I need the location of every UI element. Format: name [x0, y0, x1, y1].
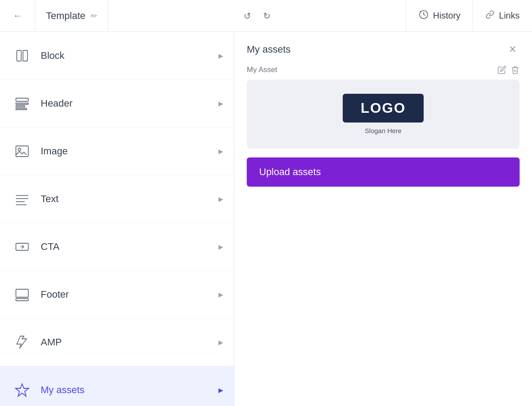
- sidebar-item-image[interactable]: Image ▶: [0, 127, 234, 175]
- undo-button[interactable]: ↺: [238, 6, 257, 26]
- sidebar: Block ▶ Header ▶: [0, 32, 234, 406]
- svg-rect-2: [23, 50, 27, 61]
- myassets-chevron: ▶: [218, 387, 223, 394]
- amp-chevron: ▶: [218, 339, 223, 346]
- history-label: History: [433, 11, 460, 21]
- text-chevron: ▶: [218, 195, 223, 203]
- svg-rect-4: [16, 103, 28, 104]
- back-button[interactable]: ←: [0, 0, 35, 31]
- asset-logo: LOGO: [343, 94, 423, 123]
- header-chevron: ▶: [218, 100, 223, 107]
- image-chevron: ▶: [218, 148, 223, 155]
- sidebar-item-block-label: Block: [41, 50, 218, 61]
- asset-group-actions: [498, 65, 520, 74]
- cta-chevron: ▶: [218, 243, 223, 250]
- asset-group-label: My Asset: [247, 65, 520, 74]
- svg-rect-7: [16, 146, 28, 157]
- sidebar-item-cta-label: CTA: [41, 241, 218, 253]
- sidebar-item-amp-label: AMP: [41, 337, 218, 348]
- main-layout: Block ▶ Header ▶: [0, 32, 532, 406]
- sidebar-item-footer-label: Footer: [41, 289, 218, 300]
- links-button[interactable]: Links: [473, 0, 532, 31]
- sidebar-item-myassets-label: My assets: [41, 384, 218, 396]
- redo-button[interactable]: ↻: [257, 6, 277, 26]
- sidebar-item-text[interactable]: Text ▶: [0, 175, 234, 223]
- header-icon: [11, 92, 34, 115]
- links-label: Links: [499, 11, 520, 21]
- block-chevron: ▶: [218, 52, 223, 59]
- block-icon: [11, 44, 34, 67]
- sidebar-item-header-label: Header: [41, 98, 218, 109]
- myassets-icon: [11, 379, 34, 402]
- svg-rect-15: [16, 299, 28, 301]
- template-title: Template: [46, 10, 85, 22]
- upload-assets-button[interactable]: Upload assets: [247, 157, 520, 187]
- footer-chevron: ▶: [218, 291, 223, 298]
- sidebar-item-myassets[interactable]: My assets ▶: [0, 366, 234, 406]
- svg-rect-3: [16, 98, 28, 101]
- asset-preview: LOGO Slogan Here: [247, 80, 520, 149]
- footer-icon: [11, 283, 34, 306]
- sidebar-item-header[interactable]: Header ▶: [0, 80, 234, 127]
- svg-marker-16: [15, 384, 29, 396]
- links-icon: [486, 10, 494, 21]
- top-nav: ← Template ✏ ↺ ↻ History Links: [0, 0, 532, 32]
- sidebar-item-cta[interactable]: CTA ▶: [0, 223, 234, 271]
- text-icon: [11, 188, 34, 211]
- svg-point-8: [18, 148, 21, 151]
- assets-header: My assets ✕: [247, 42, 520, 57]
- asset-slogan: Slogan Here: [365, 127, 402, 134]
- svg-rect-6: [16, 108, 27, 110]
- assets-close-button[interactable]: ✕: [505, 42, 520, 57]
- image-icon: [11, 140, 34, 163]
- svg-rect-5: [16, 106, 25, 107]
- sidebar-item-block[interactable]: Block ▶: [0, 32, 234, 80]
- asset-group-name: My Asset: [247, 65, 277, 74]
- asset-delete-button[interactable]: [511, 65, 520, 74]
- nav-title-section: Template ✏: [35, 0, 108, 31]
- svg-rect-14: [16, 289, 28, 297]
- sidebar-item-footer[interactable]: Footer ▶: [0, 271, 234, 318]
- sidebar-item-image-label: Image: [41, 146, 218, 157]
- edit-title-icon[interactable]: ✏: [91, 11, 97, 21]
- assets-panel-title: My assets: [247, 44, 291, 55]
- sidebar-item-amp[interactable]: AMP ▶: [0, 318, 234, 366]
- svg-rect-1: [17, 50, 21, 61]
- sidebar-item-text-label: Text: [41, 193, 218, 205]
- nav-actions: ↺ ↻: [108, 0, 406, 31]
- assets-panel: My assets ✕ My Asset: [234, 32, 532, 406]
- cta-icon: [11, 235, 34, 258]
- history-button[interactable]: History: [406, 0, 473, 31]
- amp-icon: [11, 331, 34, 354]
- history-icon: [419, 10, 429, 22]
- asset-edit-button[interactable]: [498, 65, 506, 74]
